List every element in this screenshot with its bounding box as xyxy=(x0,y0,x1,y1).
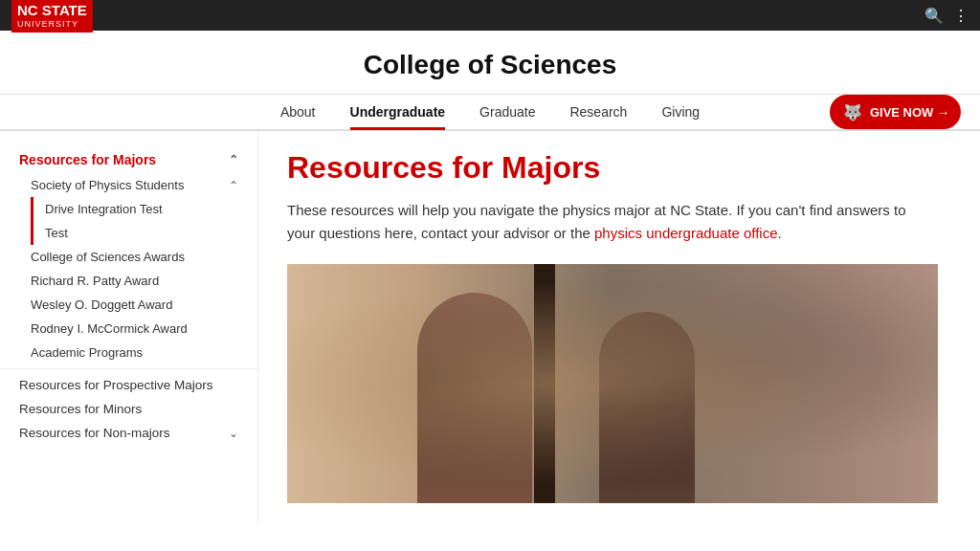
nav-item-graduate[interactable]: Graduate xyxy=(479,104,535,120)
wolf-icon: 🐺 xyxy=(841,100,864,123)
nav-link-undergraduate[interactable]: Undergraduate xyxy=(350,104,446,130)
sidebar-divider-1 xyxy=(0,368,257,369)
sidebar-item-label: Society of Physics Students xyxy=(31,178,184,192)
sidebar-item-drive-integration[interactable]: Drive Integration Test xyxy=(31,197,257,221)
image-overlay xyxy=(287,264,938,503)
nav-link-graduate[interactable]: Graduate xyxy=(479,104,535,120)
chevron-up-icon: ⌃ xyxy=(229,179,238,192)
nav-link-giving[interactable]: Giving xyxy=(661,104,700,120)
sidebar-section-title[interactable]: Resources for Majors ⌃ xyxy=(0,146,257,173)
physics-office-link[interactable]: physics undergraduate office xyxy=(594,225,778,241)
sidebar-item-label: Academic Programs xyxy=(31,345,143,360)
nav-item-giving[interactable]: Giving xyxy=(661,104,700,120)
site-title: College of Sciences xyxy=(0,50,980,80)
logo-nc: NC STATE xyxy=(17,2,87,19)
description-text-2: . xyxy=(778,225,782,241)
nav-items: About Undergraduate Graduate Research Gi… xyxy=(280,95,700,129)
content-image xyxy=(287,264,938,503)
sidebar-item-label: Resources for Minors xyxy=(19,402,142,416)
sidebar-item-test[interactable]: Test xyxy=(31,221,257,245)
chevron-up-icon: ⌃ xyxy=(229,153,238,166)
give-now-button[interactable]: 🐺 GIVE NOW → xyxy=(830,95,961,129)
chevron-down-icon: ⌄ xyxy=(229,427,238,440)
sidebar-item-society-physics[interactable]: Society of Physics Students ⌃ xyxy=(0,173,257,197)
sidebar-item-academic-programs[interactable]: Academic Programs xyxy=(0,341,257,364)
page-heading: Resources for Majors xyxy=(287,150,951,186)
give-now-label: GIVE NOW → xyxy=(870,105,949,120)
sidebar-item-wesley-doggett[interactable]: Wesley O. Doggett Award xyxy=(0,293,257,317)
sidebar-item-label: Wesley O. Doggett Award xyxy=(31,298,172,312)
sidebar: Resources for Majors ⌃ Society of Physic… xyxy=(0,131,258,522)
top-bar: NC STATE UNIVERSITY 🔍 ⋮ xyxy=(0,0,980,31)
sidebar-item-label: Drive Integration Test xyxy=(45,202,163,216)
sidebar-item-richard-patty[interactable]: Richard R. Patty Award xyxy=(0,269,257,293)
main-nav: About Undergraduate Graduate Research Gi… xyxy=(0,95,980,131)
main-content: Resources for Majors ⌃ Society of Physic… xyxy=(0,131,980,522)
site-header: College of Sciences xyxy=(0,31,980,95)
logo-box: NC STATE UNIVERSITY xyxy=(11,0,93,33)
nav-link-research[interactable]: Research xyxy=(569,104,627,120)
page-description: These resources will help you navigate t… xyxy=(287,199,909,245)
sidebar-item-rodney-mccormick[interactable]: Rodney I. McCormick Award xyxy=(0,317,257,341)
sidebar-item-label: Resources for Prospective Majors xyxy=(19,378,213,392)
sidebar-item-label: Test xyxy=(45,226,68,240)
menu-icon[interactable]: ⋮ xyxy=(953,7,969,25)
sidebar-item-label: Resources for Non-majors xyxy=(19,426,170,440)
sidebar-item-college-sciences-awards[interactable]: College of Sciences Awards xyxy=(0,245,257,269)
nav-item-undergraduate[interactable]: Undergraduate xyxy=(350,104,446,120)
sidebar-item-label: College of Sciences Awards xyxy=(31,250,185,264)
search-icon[interactable]: 🔍 xyxy=(924,7,944,25)
logo-university: UNIVERSITY xyxy=(17,19,87,30)
sidebar-item-label: Rodney I. McCormick Award xyxy=(31,321,188,336)
sidebar-item-prospective-majors[interactable]: Resources for Prospective Majors xyxy=(0,373,257,397)
nc-state-logo[interactable]: NC STATE UNIVERSITY xyxy=(11,0,93,33)
sidebar-item-non-majors[interactable]: Resources for Non-majors ⌄ xyxy=(0,421,257,445)
sidebar-item-minors[interactable]: Resources for Minors xyxy=(0,397,257,421)
top-bar-right: 🔍 ⋮ xyxy=(924,7,969,25)
sidebar-item-label: Richard R. Patty Award xyxy=(31,274,159,288)
nav-item-about[interactable]: About xyxy=(280,104,316,120)
nav-link-about[interactable]: About xyxy=(280,104,316,120)
nav-item-research[interactable]: Research xyxy=(569,104,627,120)
content-area: Resources for Majors These resources wil… xyxy=(258,131,980,522)
